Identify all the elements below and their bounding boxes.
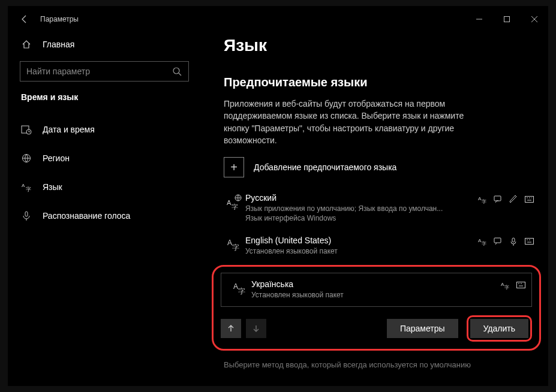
svg-rect-26 [512, 238, 515, 242]
search-input[interactable] [26, 67, 172, 76]
back-button[interactable] [16, 11, 33, 28]
close-button[interactable] [521, 10, 548, 29]
language-icon: A字 [21, 182, 32, 192]
home-nav[interactable]: Главная [20, 32, 189, 56]
language-sub: Установлен языковой пакет [251, 290, 500, 300]
svg-text:A: A [227, 239, 232, 247]
move-down-button[interactable] [246, 319, 266, 338]
page-title: Язык [224, 36, 536, 55]
nav-region[interactable]: Регион [20, 146, 189, 170]
svg-rect-1 [504, 17, 510, 22]
search-box[interactable] [20, 61, 189, 82]
language-glyph-icon: A字 [230, 279, 251, 300]
language-glyph-icon: A字 [224, 193, 245, 222]
sidebar: Главная Время и язык Дата и время Регио [8, 32, 193, 386]
svg-rect-25 [494, 238, 501, 243]
section-title: Предпочитаемые языки [224, 76, 536, 89]
main-content: Язык Предпочитаемые языки Приложения и в… [193, 32, 548, 386]
home-icon [21, 39, 32, 50]
nav-language[interactable]: A字 Язык [20, 175, 189, 199]
language-glyph-icon: A字 [224, 236, 245, 257]
svg-text:字: 字 [238, 287, 245, 295]
svg-rect-16 [525, 196, 533, 202]
add-label: Добавление предпочитаемого языка [254, 162, 396, 172]
handwriting-icon [509, 194, 518, 204]
nav-label: Регион [43, 153, 70, 163]
svg-rect-9 [25, 212, 28, 216]
nav-label: Распознавание голоса [43, 211, 130, 221]
delete-button[interactable]: Удалить [470, 319, 528, 338]
globe-icon [21, 153, 32, 164]
svg-text:A: A [22, 183, 25, 188]
speech-icon [509, 237, 518, 246]
svg-line-3 [179, 73, 181, 76]
nav-label: Дата и время [43, 125, 95, 134]
language-sub: Язык приложения по умолчанию; Язык ввода… [245, 204, 477, 214]
highlight-annotation: A字 Українська Установлен языковой пакет … [212, 265, 541, 351]
move-up-button[interactable] [221, 319, 241, 338]
nav-speech[interactable]: Распознавание голоса [20, 204, 189, 228]
search-icon [172, 66, 182, 77]
options-button[interactable]: Параметры [387, 319, 458, 338]
section-desc: Приложения и веб-сайты будут отображатьс… [224, 98, 488, 146]
minimize-button[interactable] [465, 10, 493, 29]
calendar-clock-icon [21, 124, 32, 135]
language-name: English (United States) [245, 236, 477, 245]
nav-date-time[interactable]: Дата и время [20, 117, 189, 141]
svg-rect-35 [516, 282, 525, 288]
language-item-selected[interactable]: A字 Українська Установлен языковой пакет … [221, 273, 532, 307]
display-lang-icon: A字 [500, 281, 510, 290]
svg-text:字: 字 [26, 186, 31, 192]
svg-text:A: A [227, 199, 232, 206]
hint-text: Выберите метод ввода, который всегда исп… [224, 360, 536, 369]
svg-point-2 [173, 68, 179, 74]
display-lang-icon: A字 [477, 194, 487, 204]
language-item[interactable]: A字 English (United States) Установлен яз… [224, 232, 536, 260]
language-sub: Установлен языковой пакет [245, 246, 477, 257]
display-lang-icon: A字 [477, 237, 487, 246]
microphone-icon [21, 210, 32, 221]
svg-text:字: 字 [504, 285, 509, 290]
svg-text:字: 字 [232, 243, 239, 251]
add-language-button[interactable]: + Добавление предпочитаемого языка [224, 157, 536, 177]
tts-icon [493, 237, 503, 246]
svg-text:A: A [233, 282, 238, 291]
language-item[interactable]: A字 Русский Язык приложения по умолчанию;… [224, 189, 536, 226]
svg-rect-15 [494, 196, 501, 201]
language-sub2: Язык интерфейса Windows [245, 214, 477, 222]
keyboard-icon [516, 281, 525, 290]
svg-text:字: 字 [482, 199, 486, 204]
language-name: Русский [245, 193, 477, 203]
highlight-annotation-delete: Удалить [467, 315, 532, 342]
keyboard-icon [524, 194, 534, 204]
svg-rect-27 [525, 239, 533, 245]
keyboard-icon [524, 237, 534, 246]
svg-text:字: 字 [232, 203, 238, 210]
window-title: Параметры [40, 15, 79, 23]
category-title: Время и язык [20, 92, 189, 102]
nav-label: Язык [43, 182, 62, 192]
maximize-button[interactable] [493, 10, 521, 29]
svg-text:字: 字 [482, 241, 486, 246]
plus-icon: + [224, 157, 244, 177]
home-label: Главная [43, 40, 74, 49]
language-name: Українська [251, 279, 500, 289]
tts-icon [493, 194, 503, 204]
